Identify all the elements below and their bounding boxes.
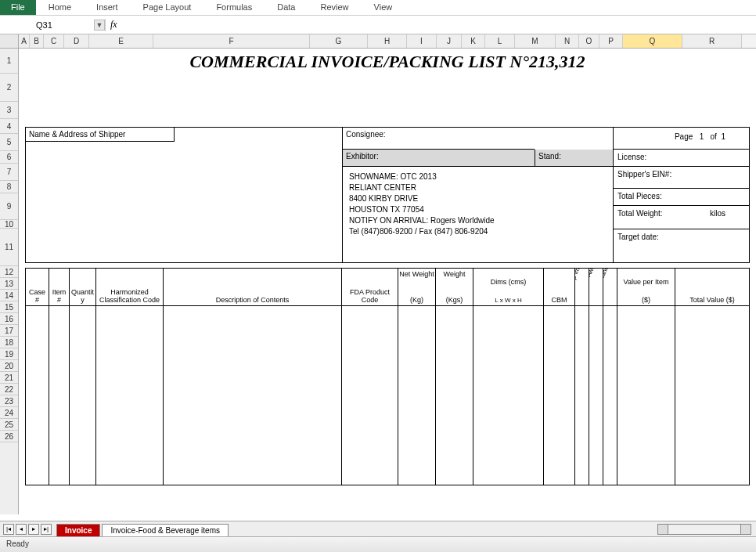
row-header-4[interactable]: 4 <box>0 119 18 134</box>
row-header-21[interactable]: 21 <box>0 372 18 384</box>
tab-insert[interactable]: Insert <box>84 0 131 15</box>
sheet-tab-food-beverage[interactable]: Invoice-Food & Beverage items <box>102 524 229 536</box>
col-weight-top: Weight <box>436 270 473 278</box>
col-header-G[interactable]: G <box>310 34 368 48</box>
row-header-9[interactable]: 9 <box>0 193 18 220</box>
col-permanent-label: Permanent <box>603 269 612 291</box>
col-total-value: Total Value ($) <box>675 269 749 305</box>
row-header-22[interactable]: 22 <box>0 384 18 395</box>
body-col-harm[interactable] <box>96 306 164 485</box>
col-header-B[interactable]: B <box>30 34 44 48</box>
body-col-case[interactable] <box>26 306 49 485</box>
body-col-temp[interactable] <box>575 306 589 485</box>
body-col-net[interactable] <box>398 306 436 485</box>
body-col-wt[interactable] <box>436 306 473 485</box>
row-header-24[interactable]: 24 <box>0 407 18 419</box>
row-header-7[interactable]: 7 <box>0 164 18 181</box>
body-col-total[interactable] <box>675 306 749 485</box>
col-dims-sub: L x W x H <box>473 297 543 304</box>
row-header-12[interactable]: 12 <box>0 266 18 278</box>
body-col-desc[interactable] <box>164 306 342 485</box>
row-header-26[interactable]: 26 <box>0 431 18 442</box>
tab-review[interactable]: Review <box>308 0 361 15</box>
worksheet[interactable]: COMMERCIAL INVOICE/PACKING LIST N°213,31… <box>19 49 756 514</box>
row-header-5[interactable]: 5 <box>0 134 18 151</box>
name-box-dropdown-icon[interactable]: ▼ <box>94 20 105 31</box>
consignee-label: Consignee: <box>343 128 535 150</box>
col-header-O[interactable]: O <box>579 34 599 48</box>
col-header-C[interactable]: C <box>44 34 64 48</box>
col-header-F[interactable]: F <box>153 34 310 48</box>
body-col-cbm[interactable] <box>544 306 575 485</box>
tab-data[interactable]: Data <box>265 0 308 15</box>
exhibitor-label: Exhibitor: <box>343 150 535 167</box>
row-header-18[interactable]: 18 <box>0 337 18 348</box>
fx-icon[interactable]: fx <box>110 19 117 31</box>
col-header-Q[interactable]: Q <box>623 34 682 48</box>
row-header-17[interactable]: 17 <box>0 325 18 337</box>
horizontal-scrollbar[interactable] <box>657 524 751 535</box>
col-header-H[interactable]: H <box>368 34 407 48</box>
col-header-L[interactable]: L <box>485 34 515 48</box>
col-description: Description of Contents <box>164 269 342 305</box>
row-header-19[interactable]: 19 <box>0 348 18 360</box>
show-details: SHOWNAME: OTC 2013 RELIANT CENTER 8400 K… <box>343 167 535 242</box>
pieces-label: Total Pieces: <box>614 189 749 206</box>
sheet-tab-invoice[interactable]: Invoice <box>56 524 100 536</box>
tab-formulas[interactable]: Formulas <box>203 0 265 15</box>
col-dims-top: Dims (cms) <box>473 278 543 286</box>
row-header-13[interactable]: 13 <box>0 278 18 290</box>
row-header-14[interactable]: 14 <box>0 290 18 301</box>
body-col-item[interactable] <box>49 306 70 485</box>
row-header-23[interactable]: 23 <box>0 395 18 407</box>
col-header-A[interactable]: A <box>19 34 30 48</box>
col-header-M[interactable]: M <box>515 34 556 48</box>
body-col-fda[interactable] <box>342 306 398 485</box>
tab-page-layout[interactable]: Page Layout <box>131 0 204 15</box>
sheet-nav-next-icon[interactable]: ▸ <box>28 524 39 535</box>
col-dims: Dims (cms) L x W x H <box>473 269 544 305</box>
tab-view[interactable]: View <box>362 0 405 15</box>
body-col-qty[interactable] <box>70 306 96 485</box>
body-col-perm[interactable] <box>603 306 617 485</box>
sheet-nav-prev-icon[interactable]: ◂ <box>16 524 27 535</box>
row-header-15[interactable]: 15 <box>0 301 18 313</box>
row-header-2[interactable]: 2 <box>0 74 18 102</box>
row-header-3[interactable]: 3 <box>0 102 18 119</box>
name-box[interactable]: Q31 <box>33 19 94 31</box>
show-line1: SHOWNAME: OTC 2013 <box>349 171 528 182</box>
select-all-corner[interactable] <box>0 34 19 48</box>
col-header-I[interactable]: I <box>407 34 437 48</box>
col-vpi-top: Value per Item <box>617 278 675 286</box>
sheet-nav-first-icon[interactable]: |◂ <box>3 524 14 535</box>
page-row: Page 1 of 1 <box>614 128 749 150</box>
col-header-J[interactable]: J <box>437 34 462 48</box>
kilos-unit: kilos <box>710 209 725 218</box>
col-header-D[interactable]: D <box>64 34 89 48</box>
col-header-E[interactable]: E <box>89 34 153 48</box>
body-col-vpi[interactable] <box>617 306 675 485</box>
row-header-16[interactable]: 16 <box>0 313 18 325</box>
col-net-weight-top: Net Weight <box>398 270 435 278</box>
mid-column: Consignee: Exhibitor: SHOWNAME: OTC 2013… <box>342 128 535 262</box>
col-header-K[interactable]: K <box>462 34 485 48</box>
body-col-give[interactable] <box>589 306 603 485</box>
row-header-25[interactable]: 25 <box>0 419 18 431</box>
col-header-N[interactable]: N <box>556 34 579 48</box>
file-tab[interactable]: File <box>0 0 36 15</box>
col-header-P[interactable]: P <box>599 34 623 48</box>
body-col-dims[interactable] <box>473 306 544 485</box>
row-header-11[interactable]: 11 <box>0 229 18 266</box>
formula-input[interactable] <box>122 19 756 31</box>
row-header-8[interactable]: 8 <box>0 181 18 193</box>
row-header-10[interactable]: 10 <box>0 220 18 229</box>
tab-home[interactable]: Home <box>36 0 84 15</box>
col-header-R[interactable]: R <box>682 34 742 48</box>
row-header-1[interactable]: 1 <box>0 49 18 74</box>
weight-label: Total Weight: kilos <box>614 206 749 229</box>
items-table: Case # Item # Quantit y Harmonized Class… <box>25 268 750 485</box>
row-header-6[interactable]: 6 <box>0 151 18 164</box>
row-header-20[interactable]: 20 <box>0 360 18 372</box>
sheet-nav-last-icon[interactable]: ▸| <box>41 524 52 535</box>
weight-text: Total Weight: <box>617 209 663 218</box>
